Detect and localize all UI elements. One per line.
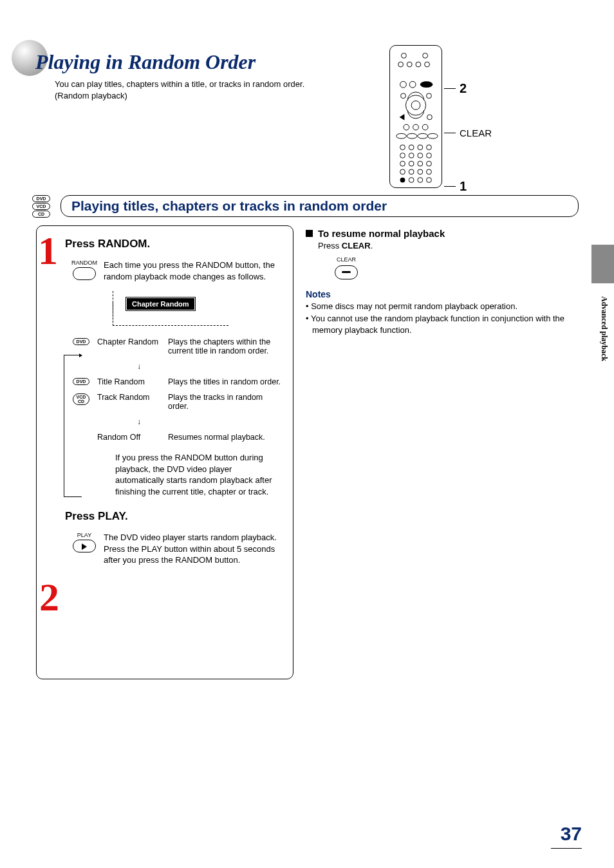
callout-clear: CLEAR [460, 127, 492, 138]
svg-point-11 [405, 95, 425, 115]
mode3-desc: Resumes normal playback. [168, 433, 281, 442]
right-column: To resume normal playback Press CLEAR. C… [306, 227, 576, 336]
mode1-name: Title Random [97, 377, 168, 386]
remote-diagram [389, 45, 442, 188]
note-item: You cannot use the random playback funct… [306, 313, 576, 336]
clear-button-icon [335, 265, 358, 279]
svg-point-5 [425, 62, 430, 67]
svg-point-10 [427, 93, 432, 99]
svg-point-39 [418, 178, 423, 183]
svg-point-28 [427, 153, 432, 158]
disc-type-badges: DVD VCD CD [32, 194, 57, 218]
remote-callouts: 2 CLEAR 1 [444, 45, 573, 188]
resume-heading: To resume normal playback [318, 227, 445, 240]
svg-point-35 [418, 169, 423, 175]
arrow-down-icon: ↓ [137, 362, 281, 371]
cycle-line-v [64, 355, 64, 496]
arrow-down-icon: ↓ [137, 417, 281, 426]
svg-point-17 [396, 133, 407, 138]
svg-point-2 [398, 62, 404, 67]
svg-point-7 [409, 81, 416, 88]
badge-cd: CD [32, 211, 50, 218]
mode3-name: Random Off [97, 433, 168, 442]
svg-point-15 [413, 124, 419, 130]
svg-point-4 [416, 62, 421, 67]
intro-line1: You can play titles, chapters within a t… [55, 79, 304, 89]
svg-point-18 [407, 133, 417, 138]
svg-point-37 [400, 178, 405, 183]
svg-point-40 [427, 178, 432, 183]
badge-vcd: VCD [32, 203, 50, 210]
svg-point-32 [427, 161, 432, 166]
step-number-1: 1 [38, 235, 58, 267]
side-tab-highlight [591, 245, 614, 283]
step2-title: Press PLAY. [65, 510, 281, 523]
svg-point-34 [409, 169, 414, 175]
svg-point-3 [407, 62, 412, 67]
svg-point-38 [409, 178, 414, 183]
mode2-badge: VCDCD [73, 393, 89, 405]
step-number-2: 2 [39, 581, 59, 614]
svg-point-13 [427, 115, 433, 120]
page-number: 37 [561, 823, 582, 845]
badge-dvd: DVD [32, 195, 50, 202]
cycle-line-top [64, 355, 82, 355]
cycle-line-bot [64, 496, 82, 497]
page-title: Playing in Random Order [35, 50, 256, 74]
clear-button-label: CLEAR [330, 256, 362, 264]
svg-point-36 [427, 169, 432, 175]
section-heading: Playing titles, chapters or tracks in ra… [71, 198, 568, 214]
intro-line2: (Random playback) [55, 91, 127, 100]
svg-point-20 [428, 133, 438, 138]
mode2-desc: Plays the tracks in random order. [168, 393, 281, 411]
step1-desc: Each time you press the RANDOM button, t… [104, 259, 281, 282]
svg-point-24 [427, 145, 432, 150]
resume-press: Press [318, 241, 342, 250]
svg-point-0 [402, 53, 407, 58]
svg-point-31 [418, 161, 423, 166]
resume-period: . [371, 241, 373, 250]
notes-heading: Notes [306, 288, 576, 301]
square-bullet-icon [306, 230, 313, 237]
svg-point-9 [401, 93, 406, 99]
svg-point-8 [420, 81, 433, 88]
osd-display: Chapter Random [113, 291, 228, 326]
svg-point-1 [423, 53, 428, 58]
svg-point-26 [409, 153, 414, 158]
random-button-label: RANDOM [65, 259, 104, 266]
resume-clear-word: CLEAR [342, 241, 371, 250]
svg-point-14 [404, 124, 409, 130]
play-button-label: PLAY [65, 532, 104, 538]
mode0-badge: DVD [73, 338, 89, 345]
step1-title: Press RANDOM. [65, 238, 281, 250]
note-item: Some discs may not permit random playbac… [306, 301, 576, 312]
section-bar: DVD VCD CD Playing titles, chapters or t… [32, 193, 579, 218]
svg-point-12 [411, 101, 420, 110]
svg-point-23 [418, 145, 423, 150]
step1-bridge-text: If you press the RANDOM button during pl… [115, 452, 283, 497]
play-button-icon [73, 540, 96, 552]
mode-list: DVD Chapter Random Plays the chapters wi… [73, 337, 281, 442]
page-number-rule [551, 848, 582, 849]
mode1-desc: Plays the titles in random order. [168, 377, 281, 386]
side-tab-label: Advanced playback [599, 296, 609, 361]
mode0-desc: Plays the chapters within the current ti… [168, 337, 281, 355]
notes-block: Notes Some discs may not permit random p… [306, 288, 576, 336]
svg-point-22 [409, 145, 414, 150]
callout-1: 1 [460, 179, 467, 194]
svg-point-19 [418, 133, 428, 138]
svg-point-29 [400, 161, 405, 166]
svg-point-16 [422, 124, 428, 130]
svg-point-33 [400, 169, 405, 175]
svg-point-27 [418, 153, 423, 158]
callout-2: 2 [460, 81, 467, 96]
svg-point-30 [409, 161, 414, 166]
svg-point-6 [400, 81, 407, 88]
svg-point-21 [400, 145, 405, 150]
step-panel: 1 Press RANDOM. RANDOM Each time you pre… [36, 225, 293, 679]
mode2-name: Track Random [97, 393, 168, 411]
step2-desc: The DVD video player starts random playb… [104, 532, 281, 566]
mode1-badge: DVD [73, 378, 89, 385]
osd-chip: Chapter Random [126, 297, 195, 310]
intro-text: You can play titles, chapters within a t… [55, 79, 304, 102]
